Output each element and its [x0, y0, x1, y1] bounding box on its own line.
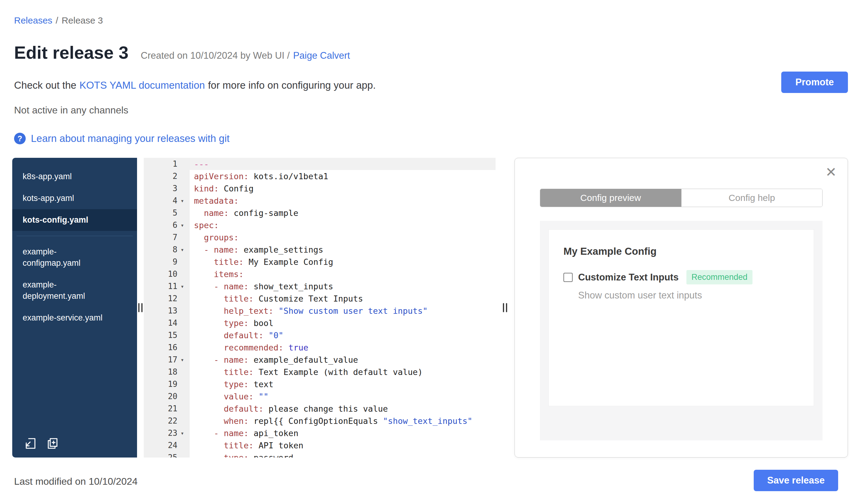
code-text: name: config-sample: [190, 207, 496, 219]
editor-line[interactable]: 15 default: "0": [144, 329, 496, 341]
editor-line[interactable]: 5 name: config-sample: [144, 207, 496, 219]
editor-line[interactable]: 20 value: "": [144, 390, 496, 402]
line-gutter: 5: [144, 207, 190, 219]
page: Releases / Release 3 Edit release 3 Crea…: [0, 0, 862, 504]
code-text: kind: Config: [190, 182, 496, 195]
fold-toggle-icon[interactable]: ▾: [178, 356, 187, 363]
line-gutter: 16: [144, 341, 190, 354]
code-text: title: Customize Text Inputs: [190, 292, 496, 305]
git-help-link[interactable]: Learn about managing your releases with …: [31, 133, 230, 144]
editor-line[interactable]: 22 when: repl{{ ConfigOptionEquals "show…: [144, 415, 496, 427]
line-gutter: 11▾: [144, 280, 190, 292]
kots-docs-link[interactable]: KOTS YAML documentation: [80, 80, 205, 91]
fold-toggle-icon[interactable]: ▾: [178, 222, 187, 228]
editor-line[interactable]: 1---: [144, 158, 496, 170]
editor-line[interactable]: 24 title: API token: [144, 439, 496, 451]
close-icon[interactable]: ✕: [825, 165, 837, 179]
code-text: - name: api_token: [190, 427, 496, 439]
line-gutter: 18: [144, 366, 190, 378]
fold-toggle-icon[interactable]: ▾: [178, 430, 187, 436]
file-item-k8s-app.yaml[interactable]: k8s-app.yaml: [12, 166, 137, 187]
promote-button[interactable]: Promote: [781, 71, 848, 93]
line-gutter: 25: [144, 451, 190, 457]
line-gutter: 13: [144, 305, 190, 317]
resize-handle-right[interactable]: [496, 158, 514, 457]
code-text: type: password: [190, 451, 496, 457]
editor-line[interactable]: 16 recommended: true: [144, 341, 496, 354]
tab-config-preview[interactable]: Config preview: [540, 189, 681, 207]
editor-line[interactable]: 10 items:: [144, 268, 496, 280]
line-gutter: 7: [144, 231, 190, 243]
config-item-label: Customize Text Inputs: [578, 272, 678, 283]
docs-line: Check out the KOTS YAML documentation fo…: [14, 80, 376, 91]
title-row: Edit release 3 Created on 10/10/2024 by …: [14, 42, 350, 63]
editor-line[interactable]: 18 title: Text Example (with default val…: [144, 366, 496, 378]
editor-line[interactable]: 4▾metadata:: [144, 195, 496, 207]
editor-line[interactable]: 12 title: Customize Text Inputs: [144, 292, 496, 305]
yaml-editor[interactable]: 1---2apiVersion: kots.io/v1beta13kind: C…: [144, 158, 496, 457]
file-list-bottom: example-configmap.yamlexample-deployment…: [12, 241, 137, 329]
code-text: ---: [190, 158, 496, 170]
editor-line[interactable]: 13 help_text: "Show custom user text inp…: [144, 305, 496, 317]
code-text: spec:: [190, 219, 496, 231]
file-item-example-service.yaml[interactable]: example-service.yaml: [12, 307, 137, 329]
resize-handle-left[interactable]: [137, 158, 144, 457]
fold-toggle-icon[interactable]: ▾: [178, 197, 187, 204]
editor-line[interactable]: 21 default: please change this value: [144, 402, 496, 415]
editor-line[interactable]: 6▾spec:: [144, 219, 496, 231]
fold-toggle-icon[interactable]: ▾: [178, 283, 187, 290]
file-item-kots-app.yaml[interactable]: kots-app.yaml: [12, 187, 137, 209]
line-gutter: 10: [144, 268, 190, 280]
line-number: 1: [144, 159, 178, 169]
save-release-button[interactable]: Save release: [754, 470, 838, 491]
tab-config-help[interactable]: Config help: [681, 189, 823, 207]
code-text: title: My Example Config: [190, 256, 496, 268]
editor-line[interactable]: 8▾ - name: example_settings: [144, 243, 496, 256]
editor-line[interactable]: 17▾ - name: example_default_value: [144, 354, 496, 366]
editor-line[interactable]: 11▾ - name: show_text_inputs: [144, 280, 496, 292]
editor-line[interactable]: 2apiVersion: kots.io/v1beta1: [144, 170, 496, 182]
editor-line[interactable]: 19 type: text: [144, 378, 496, 390]
line-number: 18: [144, 367, 178, 376]
editor-lines: 1---2apiVersion: kots.io/v1beta13kind: C…: [144, 158, 496, 457]
line-gutter: 8▾: [144, 243, 190, 256]
author-link[interactable]: Paige Calvert: [293, 50, 350, 61]
line-number: 6: [144, 221, 178, 230]
line-number: 21: [144, 404, 178, 413]
workspace: k8s-app.yamlkots-app.yamlkots-config.yam…: [12, 158, 848, 457]
help-icon[interactable]: ?: [14, 133, 26, 144]
line-gutter: 2: [144, 170, 190, 182]
line-gutter: 21: [144, 402, 190, 415]
git-help-row: ? Learn about managing your releases wit…: [14, 133, 230, 144]
preview-tabs: Config previewConfig help: [540, 189, 823, 207]
breadcrumb-releases-link[interactable]: Releases: [14, 15, 52, 26]
code-text: type: bool: [190, 317, 496, 329]
config-item-row: Customize Text Inputs Recommended: [563, 270, 799, 284]
file-item-kots-config.yaml[interactable]: kots-config.yaml: [12, 209, 137, 231]
line-number: 23: [144, 428, 178, 438]
line-number: 22: [144, 416, 178, 425]
line-number: 9: [144, 257, 178, 266]
config-group-title: My Example Config: [563, 246, 799, 257]
editor-line[interactable]: 25 type: password: [144, 451, 496, 457]
file-item-example-configmap.yaml[interactable]: example-configmap.yaml: [12, 241, 137, 274]
line-gutter: 20: [144, 390, 190, 402]
code-text: items:: [190, 268, 496, 280]
line-number: 7: [144, 233, 178, 242]
editor-line[interactable]: 9 title: My Example Config: [144, 256, 496, 268]
editor-line[interactable]: 14 type: bool: [144, 317, 496, 329]
config-checkbox[interactable]: [563, 273, 573, 282]
breadcrumb-separator: /: [56, 15, 58, 26]
editor-line[interactable]: 3kind: Config: [144, 182, 496, 195]
line-number: 15: [144, 331, 178, 340]
line-number: 25: [144, 453, 178, 457]
editor-line[interactable]: 7 groups:: [144, 231, 496, 243]
fold-toggle-icon[interactable]: ▾: [178, 246, 187, 253]
breadcrumb-current: Release 3: [62, 15, 103, 26]
upload-file-icon[interactable]: [24, 437, 37, 450]
last-modified: Last modified on 10/10/2024: [14, 476, 138, 487]
editor-line[interactable]: 23▾ - name: api_token: [144, 427, 496, 439]
line-gutter: 9: [144, 256, 190, 268]
new-file-icon[interactable]: [46, 437, 59, 450]
file-item-example-deployment.yaml[interactable]: example-deployment.yaml: [12, 274, 137, 307]
